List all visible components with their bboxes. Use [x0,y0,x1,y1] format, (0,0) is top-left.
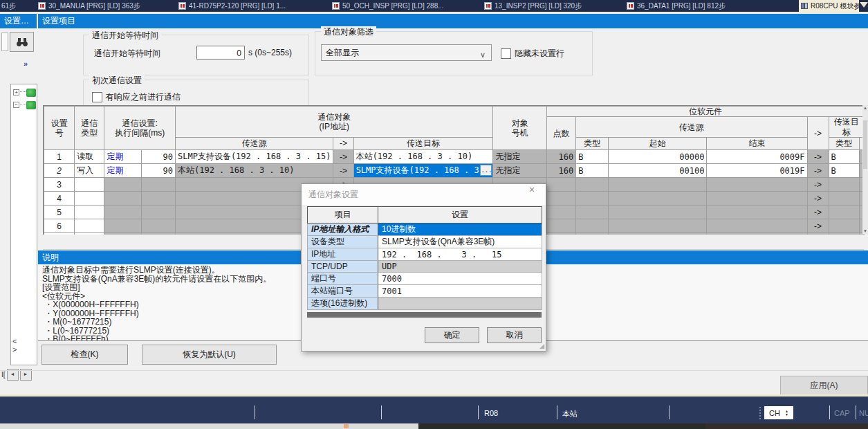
grid-cell-type[interactable] [75,206,104,219]
cell-value: -> [340,166,347,176]
group-title: 通信对象筛选 [321,26,376,38]
scrollbar-thumb[interactable] [863,120,867,169]
scroll-down-icon[interactable]: ▼ [862,229,868,233]
dialog-title[interactable]: 通信对象设置 [302,184,546,205]
grid-cell-interval[interactable]: 90 [141,150,175,164]
find-button[interactable] [10,32,34,52]
close-icon[interactable]: × [525,184,539,195]
dialog-item-value[interactable]: 192 . 168 . 3 . 15 [378,248,542,261]
grid-cell-interval [141,178,175,192]
grid-cell-type[interactable]: 写入 [75,164,104,178]
tab-partial[interactable]: 61步 [0,0,16,12]
tree-expand-icon[interactable]: + [13,89,19,95]
tab-program-2[interactable]: 41-RD75P2-120 [PRG] [LD] 1... [178,0,315,12]
wait-time-input[interactable]: 0 [196,46,245,60]
caps-lock-indicator: CAP [834,409,850,417]
spinner-icon[interactable]: ▲▼ [785,410,788,417]
taskbar-dark-segment [705,423,868,429]
tree-node[interactable]: − [11,100,37,112]
grid-cell-end [707,233,807,235]
tab-program-3[interactable]: 50_OCH_INSP [PRG] [LD] 288... [332,0,458,12]
grid-cell-end[interactable]: 0019F [707,164,807,178]
tab-program-4[interactable]: 13_INSP2 [PRG] [LD] 320步 [484,0,612,12]
grid-cell-dst[interactable]: SLMP支持设备(192 . 168 . 3 .... [353,164,493,178]
cell-value: B [578,166,583,176]
apply-button[interactable]: 应用(A) [780,376,868,396]
dialog-item-value[interactable]: 7001 [378,285,542,298]
comm-before-response-checkbox[interactable] [92,92,102,102]
filter-dropdown[interactable]: 全部显示 ∨ [321,44,492,61]
tab-module-parameter[interactable]: R08CPU 模块参数 × [799,0,859,12]
dialog-item-value[interactable]: SLMP支持设备(QnA兼容3E帧) [378,236,542,248]
grid-cell-src: 本站(192 . 168 . 3 . 10) [176,164,333,178]
grid-cell-interval[interactable]: 90 [141,164,175,178]
status-grip [759,407,763,419]
grid-cell-no[interactable]: 6 [44,219,75,233]
grid-cell-period [104,233,141,235]
tab-overflow-icon[interactable] [860,2,868,8]
tree-scroll-arrows[interactable]: < > [12,337,36,354]
toolbar-grip[interactable] [1,33,8,51]
group-title: 通信开始等待时间 [89,30,161,42]
grid-cell-points [547,206,576,219]
grid-cell-type[interactable] [75,178,104,192]
dialog-item-value[interactable]: 7000 [378,273,542,285]
grid-cell-start[interactable]: 00100 [609,164,707,178]
grid-cell-btype2 [829,233,859,235]
cell-value: -> [814,194,822,203]
grid-cell-start[interactable]: 00000 [609,150,707,164]
grid-cell-period[interactable]: 定期 [104,164,141,178]
grid-cell-no[interactable]: 7 [44,233,75,235]
tab-label: 41-RD75P2-120 [PRG] [LD] 1... [189,2,286,10]
grid-cell-src[interactable]: SLMP支持设备(192 . 168 . 3 . 15) [176,150,333,164]
grid-cell-type[interactable] [75,192,104,206]
grid-cell-no[interactable]: 1 [44,150,75,164]
tree-node[interactable]: + [11,87,37,100]
binoculars-icon [16,37,28,47]
grid-vertical-scrollbar[interactable]: ▲ ▼ [862,105,868,234]
grid-cell-no[interactable]: 5 [44,206,75,219]
browse-button[interactable]: ... [480,165,492,176]
grid-cell-btype[interactable]: B [576,150,609,164]
expand-panel-icon[interactable]: » [24,60,37,69]
grid-cell-type[interactable]: 读取 [75,150,104,164]
grid-cell-period[interactable]: 定期 [104,150,141,164]
application-window: 61步 30_MANUA [PRG] [LD] 363步41-RD75P2-12… [0,0,868,429]
grid-cell-end [707,206,807,219]
restore-default-button[interactable]: 恢复为默认(U) [142,345,277,365]
hide-unset-rows-checkbox[interactable] [501,48,511,59]
grid-cell-btype[interactable]: B [576,164,609,178]
column-header: 类型 [829,138,859,150]
cancel-button[interactable]: 取消 [487,327,542,343]
resize-grip-icon[interactable]: ◢ [539,343,544,349]
column-header: 传送目标 [353,138,493,150]
dialog-item-value[interactable]: 10进制数 [378,223,542,236]
cell-value: B [831,152,836,162]
grid-cell-type[interactable] [75,219,104,233]
grid-cell-start [609,192,707,206]
scroll-up-icon[interactable]: ▲ [862,106,868,110]
check-button[interactable]: 检查(K) [41,345,128,365]
channel-selector[interactable]: CH ▲▼ [764,406,793,419]
grid-cell-no[interactable]: 2 [44,164,75,178]
grid-cell-end[interactable]: 0009F [707,150,807,164]
grid-cell-no[interactable]: 3 [44,178,75,192]
tab-program-1[interactable]: 30_MANUA [PRG] [LD] 363步 [38,0,161,12]
status-separator [255,405,255,419]
tab-program-5[interactable]: 36_DATA1 [PRG] [LD] 812步 [627,0,748,12]
grid-cell-no[interactable]: 4 [44,192,75,206]
grid-cell-btype [576,192,609,206]
grid-cell-btype2 [829,206,859,219]
cell-value: -> [814,180,822,190]
wait-time-label: 通信开始等待时间 [94,48,160,60]
ok-button[interactable]: 确定 [425,327,479,343]
cell-value: 90 [163,166,173,176]
grid-cell-type[interactable] [75,233,104,235]
grid-cell-points [547,178,576,192]
grid-cell-dst[interactable]: 本站(192 . 168 . 3 . 10) [353,150,493,164]
tree-collapse-icon[interactable]: − [13,102,19,108]
grid-cell-btype2[interactable]: B [829,150,859,164]
grid-cell-btype2[interactable]: B [829,164,859,178]
wait-time-group: 通信开始等待时间 通信开始等待时间 0 s (0s~255s) [83,35,309,75]
dialog-scrollbar[interactable] [307,312,542,318]
